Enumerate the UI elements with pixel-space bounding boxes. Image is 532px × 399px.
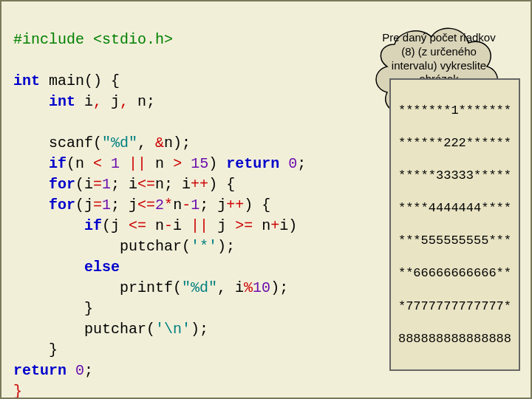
expr: i) <box>279 217 297 234</box>
output-line: 888888888888888 <box>398 331 511 347</box>
comma: , <box>137 134 155 151</box>
brace: } <box>13 341 58 358</box>
fn-printf: printf <box>13 279 173 296</box>
op: - <box>164 217 173 234</box>
expr: (j <box>75 197 93 214</box>
var: j <box>102 93 120 110</box>
var: i <box>75 93 93 110</box>
output-box: *******1******* ******222****** *****333… <box>389 78 520 371</box>
expr: j <box>208 217 235 234</box>
output-line: ***555555555*** <box>398 233 511 249</box>
op: <= <box>137 176 155 193</box>
amp: & <box>155 134 164 151</box>
op: > <box>173 155 182 172</box>
num: 1 <box>102 176 111 193</box>
semi: ; <box>297 155 306 172</box>
op: = <box>93 197 102 214</box>
op: % <box>244 279 253 296</box>
output-line: ****4444444**** <box>398 200 511 216</box>
expr: (n <box>66 155 93 172</box>
semi: ; <box>84 362 93 379</box>
output-line: *****33333***** <box>398 168 511 184</box>
expr: n; i <box>155 176 191 193</box>
sp <box>120 155 129 172</box>
paren: ); <box>173 134 191 151</box>
num: 15 <box>191 155 208 172</box>
kw-int: int <box>13 93 75 110</box>
kw-else: else <box>13 259 120 276</box>
sp <box>66 362 75 379</box>
var: n <box>164 134 173 151</box>
op: + <box>270 217 279 234</box>
brace: } <box>13 300 93 317</box>
kw-for: for <box>13 176 75 193</box>
sp <box>279 155 288 172</box>
kw-if: if <box>13 155 66 172</box>
expr: ; i <box>111 176 137 193</box>
op: ++ <box>191 176 208 193</box>
expr: n <box>253 217 270 234</box>
string: "%d" <box>182 279 217 296</box>
num: 0 <box>75 362 84 379</box>
include-file: <stdio.h> <box>93 31 173 48</box>
paren: ( <box>173 279 182 296</box>
output-line: ******222****** <box>398 135 511 151</box>
op: <= <box>137 197 155 214</box>
paren: ); <box>270 279 288 296</box>
num: 1 <box>191 197 200 214</box>
brace: () { <box>84 72 120 89</box>
brace: ) { <box>244 197 270 214</box>
num: 1 <box>111 155 120 172</box>
op-or: || <box>129 155 146 172</box>
op: <= <box>129 217 146 234</box>
paren: ) <box>208 155 226 172</box>
paren: ); <box>217 238 235 255</box>
num: 2 <box>155 197 164 214</box>
num: 10 <box>253 279 270 296</box>
expr: ; j <box>111 197 137 214</box>
paren: ( <box>146 321 155 338</box>
semi: ; <box>146 93 155 110</box>
fn-scanf: scanf <box>13 134 93 151</box>
expr: i <box>173 217 191 234</box>
expr: (j <box>102 217 129 234</box>
comma: , <box>120 93 129 110</box>
expr: ; j <box>200 197 226 214</box>
kw-return: return <box>226 155 279 172</box>
brace: } <box>13 383 22 399</box>
expr: (i <box>75 176 93 193</box>
char: '\n' <box>155 321 191 338</box>
output-line: *7777777777777* <box>398 299 511 315</box>
fn-name: main <box>40 72 84 89</box>
kw-int: int <box>13 72 40 89</box>
preproc: #include <box>13 31 93 48</box>
paren: ); <box>191 321 208 338</box>
op: >= <box>235 217 253 234</box>
op: * <box>164 197 173 214</box>
op: - <box>182 197 191 214</box>
expr: n <box>146 217 164 234</box>
num: 0 <box>288 155 297 172</box>
char: '*' <box>191 238 217 255</box>
string: "%d" <box>102 134 137 151</box>
sp <box>102 155 111 172</box>
op: ++ <box>226 197 244 214</box>
op: < <box>93 155 102 172</box>
paren: ( <box>182 238 191 255</box>
fn-putchar: putchar <box>13 321 146 338</box>
kw-for: for <box>13 197 75 214</box>
kw-return: return <box>13 362 66 379</box>
paren: ( <box>93 134 102 151</box>
brace: ) { <box>208 176 235 193</box>
op: = <box>93 176 102 193</box>
fn-putchar: putchar <box>13 238 182 255</box>
output-line: *******1******* <box>398 103 511 119</box>
op-or: || <box>191 217 208 234</box>
var: n <box>129 93 146 110</box>
expr: n <box>146 155 173 172</box>
output-line: **66666666666** <box>398 265 511 282</box>
var: n <box>173 197 182 214</box>
num: 1 <box>102 197 111 214</box>
sp <box>182 155 191 172</box>
kw-if: if <box>13 217 102 234</box>
